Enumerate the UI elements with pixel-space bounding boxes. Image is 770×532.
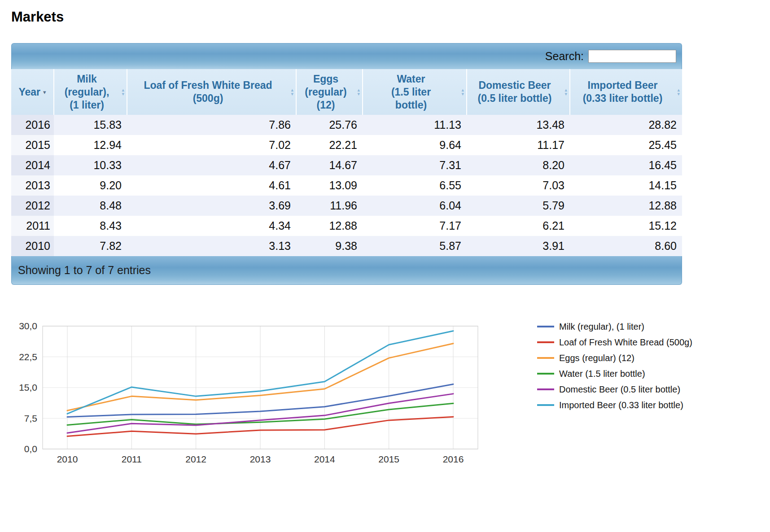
year-cell: 2012 xyxy=(11,196,54,216)
column-label: Milk (regular), (1 liter) xyxy=(65,73,109,111)
page: Markets Search: Year▾Milk (regular), (1 … xyxy=(0,0,770,486)
value-cell: 14.67 xyxy=(296,155,363,175)
year-cell: 2016 xyxy=(11,115,54,135)
column-label: Water (1.5 liter bottle) xyxy=(391,73,431,111)
value-cell: 11.13 xyxy=(363,115,467,135)
value-cell: 7.31 xyxy=(363,155,467,175)
value-cell: 8.60 xyxy=(570,236,682,256)
svg-text:2015: 2015 xyxy=(378,454,399,464)
value-cell: 25.45 xyxy=(570,135,682,155)
data-table: Year▾Milk (regular), (1 liter)▴▾Loaf of … xyxy=(11,69,682,256)
column-header-year[interactable]: Year▾ xyxy=(11,69,54,115)
search-input[interactable] xyxy=(588,50,676,63)
value-cell: 12.88 xyxy=(296,216,363,236)
column-label: Year xyxy=(18,86,40,98)
legend-item: Water (1.5 liter bottle) xyxy=(537,369,692,379)
svg-text:2014: 2014 xyxy=(314,454,335,464)
year-cell: 2013 xyxy=(11,175,54,196)
value-cell: 5.87 xyxy=(363,236,467,256)
value-cell: 4.34 xyxy=(127,216,296,236)
column-header-milk[interactable]: Milk (regular), (1 liter)▴▾ xyxy=(54,69,127,115)
value-cell: 4.61 xyxy=(127,175,296,196)
column-header-water[interactable]: Water (1.5 liter bottle)▴▾ xyxy=(363,69,467,115)
value-cell: 15.12 xyxy=(570,216,682,236)
column-header-eggs[interactable]: Eggs (regular) (12)▴▾ xyxy=(296,69,363,115)
table-row: 20139.204.6113.096.557.0314.15 xyxy=(11,175,682,196)
value-cell: 12.94 xyxy=(54,135,127,155)
column-header-domestic_beer[interactable]: Domestic Beer (0.5 liter bottle)▴▾ xyxy=(467,69,570,115)
value-cell: 7.82 xyxy=(54,236,127,256)
value-cell: 6.55 xyxy=(363,175,467,196)
svg-text:2010: 2010 xyxy=(57,454,78,464)
value-cell: 6.04 xyxy=(363,196,467,216)
legend-label: Water (1.5 liter bottle) xyxy=(559,369,645,379)
value-cell: 8.48 xyxy=(54,196,127,216)
legend-label: Milk (regular), (1 liter) xyxy=(559,322,644,332)
value-cell: 9.20 xyxy=(54,175,127,196)
sort-both-icon: ▴▾ xyxy=(291,88,293,96)
legend-item: Imported Beer (0.33 liter bottle) xyxy=(537,400,692,410)
column-header-imported_beer[interactable]: Imported Beer (0.33 liter bottle)▴▾ xyxy=(570,69,682,115)
value-cell: 7.02 xyxy=(127,135,296,155)
value-cell: 25.76 xyxy=(296,115,363,135)
legend-line-swatch xyxy=(537,404,554,406)
table-row: 20128.483.6911.966.045.7912.88 xyxy=(11,196,682,216)
column-header-bread[interactable]: Loaf of Fresh White Bread (500g)▴▾ xyxy=(127,69,296,115)
table-footer: Showing 1 to 7 of 7 entries xyxy=(11,256,682,285)
legend-line-swatch xyxy=(537,341,554,343)
sort-both-icon: ▴▾ xyxy=(357,88,360,96)
value-cell: 12.88 xyxy=(570,196,682,216)
sort-both-icon: ▴▾ xyxy=(677,88,680,96)
price-trend-chart: 0,07,515,022,530,02010201120122013201420… xyxy=(11,320,759,477)
value-cell: 3.91 xyxy=(467,236,570,256)
value-cell: 8.43 xyxy=(54,216,127,236)
value-cell: 9.64 xyxy=(363,135,467,155)
svg-text:2012: 2012 xyxy=(185,454,206,464)
value-cell: 28.82 xyxy=(570,115,682,135)
legend-item: Milk (regular), (1 liter) xyxy=(537,322,692,331)
svg-text:7,5: 7,5 xyxy=(24,413,37,423)
chart-legend: Milk (regular), (1 liter)Loaf of Fresh W… xyxy=(537,322,692,416)
value-cell: 13.09 xyxy=(296,175,363,196)
legend-line-swatch xyxy=(537,357,554,359)
svg-text:0,0: 0,0 xyxy=(24,444,37,454)
value-cell: 10.33 xyxy=(54,155,127,175)
svg-text:2016: 2016 xyxy=(443,454,464,464)
value-cell: 11.17 xyxy=(467,135,570,155)
table-body: 201615.837.8625.7611.1313.4828.82201512.… xyxy=(11,115,682,256)
legend-item: Eggs (regular) (12) xyxy=(537,353,692,363)
column-label: Imported Beer (0.33 liter bottle) xyxy=(583,79,663,104)
markets-table: Search: Year▾Milk (regular), (1 liter)▴▾… xyxy=(11,43,682,285)
year-cell: 2015 xyxy=(11,135,54,155)
svg-text:30,0: 30,0 xyxy=(19,321,37,331)
legend-label: Loaf of Fresh White Bread (500g) xyxy=(559,337,692,348)
chart-plot-area: 0,07,515,022,530,02010201120122013201420… xyxy=(11,320,496,477)
table-row: 201512.947.0222.219.6411.1725.45 xyxy=(11,135,682,155)
year-cell: 2014 xyxy=(11,155,54,175)
legend-line-swatch xyxy=(537,373,554,375)
table-row: 201615.837.8625.7611.1313.4828.82 xyxy=(11,115,682,135)
year-cell: 2010 xyxy=(11,236,54,256)
page-title: Markets xyxy=(11,9,759,25)
legend-line-swatch xyxy=(537,388,554,390)
search-label: Search: xyxy=(545,50,584,63)
value-cell: 3.13 xyxy=(127,236,296,256)
value-cell: 9.38 xyxy=(296,236,363,256)
svg-text:15,0: 15,0 xyxy=(19,382,37,392)
year-cell: 2011 xyxy=(11,216,54,236)
value-cell: 6.21 xyxy=(467,216,570,236)
value-cell: 7.17 xyxy=(363,216,467,236)
legend-item: Domestic Beer (0.5 liter bottle) xyxy=(537,384,692,394)
value-cell: 8.20 xyxy=(467,155,570,175)
legend-line-swatch xyxy=(537,326,554,327)
table-row: 20118.434.3412.887.176.2115.12 xyxy=(11,216,682,236)
svg-text:2011: 2011 xyxy=(122,454,142,464)
legend-item: Loaf of Fresh White Bread (500g) xyxy=(537,337,692,347)
column-label: Loaf of Fresh White Bread (500g) xyxy=(144,79,272,104)
svg-text:2013: 2013 xyxy=(250,454,271,464)
value-cell: 13.48 xyxy=(467,115,570,135)
legend-label: Eggs (regular) (12) xyxy=(559,353,634,363)
table-row: 20107.823.139.385.873.918.60 xyxy=(11,236,682,256)
sort-desc-icon: ▾ xyxy=(43,89,46,96)
value-cell: 16.45 xyxy=(570,155,682,175)
